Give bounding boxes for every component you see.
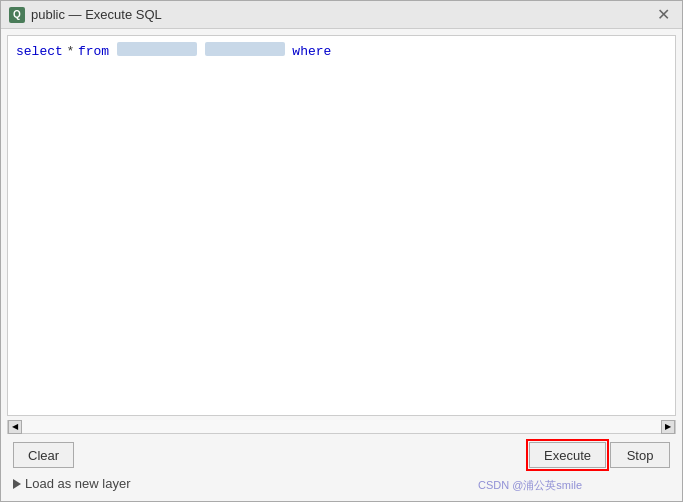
sql-table-name-redacted-2 [205,42,285,56]
load-new-layer-label: Load as new layer [25,476,131,491]
main-window: Q public — Execute SQL ✕ select * from w… [0,0,683,502]
title-bar: Q public — Execute SQL ✕ [1,1,682,29]
app-icon: Q [9,7,25,23]
clear-button[interactable]: Clear [13,442,74,468]
bottom-left: Clear [13,442,74,468]
execute-button[interactable]: Execute [529,442,606,468]
close-button[interactable]: ✕ [653,5,674,25]
sql-where-keyword: where [292,42,331,62]
window-title: public — Execute SQL [31,7,162,22]
title-bar-left: Q public — Execute SQL [9,7,162,23]
scroll-left-arrow[interactable]: ◀ [8,420,22,434]
sql-table-name-redacted [117,42,197,56]
sql-from-keyword: from [78,42,109,62]
sql-star: * [66,42,74,62]
sql-content: select * from where [16,42,667,62]
play-icon [13,479,21,489]
stop-button[interactable]: Stop [610,442,670,468]
load-new-layer-row: Load as new layer [7,476,676,495]
scroll-right-arrow[interactable]: ▶ [661,420,675,434]
content-area: select * from where ◀ ▶ Clear Execute St… [1,29,682,501]
scrollbar-track[interactable] [22,420,661,433]
sql-select-keyword: select [16,42,63,62]
bottom-right: Execute Stop [529,442,670,468]
horizontal-scrollbar[interactable]: ◀ ▶ [7,420,676,434]
bottom-bar: Clear Execute Stop [7,438,676,472]
sql-editor[interactable]: select * from where [7,35,676,416]
